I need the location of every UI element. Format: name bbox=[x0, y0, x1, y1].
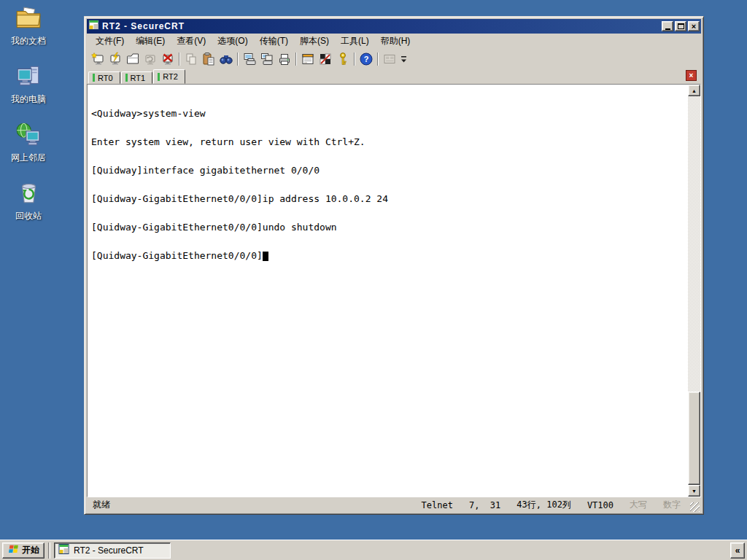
copy-icon[interactable] bbox=[182, 51, 200, 67]
menu-script[interactable]: 脚本(S) bbox=[294, 34, 335, 49]
scroll-down-button[interactable]: ▼ bbox=[688, 485, 700, 497]
find-icon[interactable] bbox=[217, 51, 235, 67]
notification-collapse-button[interactable]: « bbox=[730, 542, 745, 559]
print-preview-icon[interactable] bbox=[241, 51, 258, 67]
terminal-line: <Quidway>system-view bbox=[91, 109, 688, 118]
tab-rt1[interactable]: RT1 bbox=[121, 71, 153, 84]
print-setup-icon[interactable] bbox=[258, 51, 276, 67]
tab-label: RT0 bbox=[98, 74, 113, 82]
toolbar-separator bbox=[179, 52, 180, 66]
keymap-icon[interactable] bbox=[334, 51, 352, 67]
disconnect-icon[interactable] bbox=[159, 51, 177, 67]
svg-text:?: ? bbox=[364, 55, 369, 63]
session-options-icon[interactable] bbox=[299, 51, 317, 67]
status-bar: 就绪 Telnet 7, 31 43行, 102列 VT100 大写 数字 bbox=[87, 497, 701, 512]
tab-rt0[interactable]: RT0 bbox=[88, 71, 120, 84]
desktop: 我的文档 我的电脑 bbox=[0, 0, 747, 560]
terminal-cursor bbox=[263, 252, 268, 261]
misc-disabled-icon[interactable] bbox=[381, 51, 398, 67]
task-label: RT2 - SecureCRT bbox=[74, 545, 144, 556]
menu-bar: 文件(F) 编辑(E) 查看(V) 选项(O) 传输(T) 脚本(S) 工具(L… bbox=[87, 34, 701, 49]
menu-help[interactable]: 帮助(H) bbox=[375, 34, 417, 49]
status-cursor-position: 7, 31 bbox=[461, 500, 508, 510]
resize-grip[interactable] bbox=[690, 502, 700, 512]
window-title: RT2 - SecureCRT bbox=[102, 21, 185, 31]
status-emulation: VT100 bbox=[579, 500, 622, 510]
new-tab-icon[interactable] bbox=[124, 51, 142, 67]
terminal-prompt-line: [Quidway-GigabitEthernet0/0/0] bbox=[91, 251, 688, 260]
securecrt-app-icon bbox=[58, 544, 69, 556]
recycle-bin-icon bbox=[1, 179, 55, 207]
toolbar-separator bbox=[377, 52, 379, 66]
tab-label: RT1 bbox=[131, 74, 146, 82]
collapse-chevron-icon: « bbox=[735, 545, 740, 556]
vertical-scrollbar[interactable]: ▲ ▼ bbox=[688, 85, 700, 497]
toolbar-separator bbox=[237, 52, 239, 66]
scrollbar-thumb[interactable] bbox=[688, 392, 700, 485]
desktop-icon-network-places[interactable]: 网上邻居 bbox=[1, 121, 55, 164]
desktop-icon-label: 网上邻居 bbox=[1, 152, 55, 164]
menu-transfer[interactable]: 传输(T) bbox=[254, 34, 294, 49]
menu-options[interactable]: 选项(O) bbox=[212, 34, 253, 49]
tab-close-button[interactable]: × bbox=[686, 70, 697, 81]
reconnect-icon[interactable] bbox=[142, 51, 159, 67]
close-button[interactable]: × bbox=[688, 21, 700, 31]
paste-icon[interactable] bbox=[200, 51, 217, 67]
desktop-icon-my-documents[interactable]: 我的文档 bbox=[1, 4, 55, 47]
taskbar-task-securecrt[interactable]: RT2 - SecureCRT bbox=[54, 542, 171, 559]
terminal-line: [Quidway]interface gigabitethernet 0/0/0 bbox=[91, 166, 688, 175]
scroll-down-icon: ▼ bbox=[692, 489, 697, 494]
toolbar-separator bbox=[354, 52, 355, 66]
terminal-text: <Quidway>system-view Enter system view, … bbox=[88, 85, 688, 497]
quick-connect-icon[interactable] bbox=[89, 51, 107, 67]
terminal-line: Enter system view, return user view with… bbox=[91, 137, 688, 147]
connect-icon[interactable] bbox=[107, 51, 124, 67]
toolbar-overflow-icon[interactable] bbox=[398, 52, 409, 67]
maximize-button[interactable] bbox=[675, 21, 686, 31]
toolbar-separator bbox=[295, 52, 297, 66]
minimize-icon bbox=[665, 28, 670, 30]
close-icon: × bbox=[692, 23, 696, 30]
start-button[interactable]: 开始 bbox=[2, 542, 44, 559]
window-titlebar[interactable]: RT2 - SecureCRT × bbox=[87, 19, 701, 34]
desktop-icon-recycle-bin[interactable]: 回收站 bbox=[1, 179, 55, 222]
network-places-icon bbox=[1, 121, 55, 149]
status-num-lock: 数字 bbox=[655, 499, 689, 511]
terminal-line: [Quidway-GigabitEthernet0/0/0]ip address… bbox=[91, 194, 688, 203]
tab-close-icon: × bbox=[689, 72, 694, 79]
session-status-indicator bbox=[93, 74, 95, 82]
terminal-line: [Quidway-GigabitEthernet0/0/0]undo shutd… bbox=[91, 222, 688, 232]
desktop-icon-label: 我的文档 bbox=[1, 35, 55, 47]
menu-file[interactable]: 文件(F) bbox=[90, 34, 130, 49]
securecrt-app-icon bbox=[88, 20, 99, 33]
help-icon[interactable]: ? bbox=[357, 51, 375, 67]
tab-rt2[interactable]: RT2 bbox=[153, 69, 185, 84]
desktop-icon-label: 我的电脑 bbox=[1, 93, 55, 106]
desktop-icon-my-computer[interactable]: 我的电脑 bbox=[1, 63, 55, 106]
terminal-area[interactable]: <Quidway>system-view Enter system view, … bbox=[87, 84, 701, 497]
taskbar-separator bbox=[48, 542, 50, 559]
status-protocol: Telnet bbox=[414, 500, 461, 510]
session-status-indicator bbox=[158, 73, 160, 81]
scroll-up-icon: ▲ bbox=[692, 88, 697, 93]
print-icon[interactable] bbox=[276, 51, 293, 67]
start-label: 开始 bbox=[22, 544, 39, 556]
status-ready: 就绪 bbox=[88, 499, 414, 511]
maximize-icon bbox=[678, 23, 684, 29]
desktop-icon-label: 回收站 bbox=[1, 210, 55, 222]
my-documents-icon bbox=[1, 4, 55, 32]
menu-tools[interactable]: 工具(L) bbox=[335, 34, 375, 49]
menu-edit[interactable]: 编辑(E) bbox=[130, 34, 171, 49]
menu-view[interactable]: 查看(V) bbox=[171, 34, 212, 49]
my-computer-icon bbox=[1, 63, 55, 90]
scroll-up-button[interactable]: ▲ bbox=[688, 85, 700, 96]
minimize-button[interactable] bbox=[662, 21, 673, 31]
taskbar: 开始 RT2 - SecureCRT « bbox=[0, 540, 747, 560]
session-status-indicator bbox=[125, 74, 128, 82]
global-options-icon[interactable] bbox=[317, 51, 334, 67]
session-tab-bar: RT0 RT1 RT2 × bbox=[87, 69, 701, 84]
status-terminal-size: 43行, 102列 bbox=[508, 499, 579, 511]
status-caps-lock: 大写 bbox=[622, 499, 655, 511]
securecrt-window: RT2 - SecureCRT × 文件(F) 编辑(E) 查看(V) 选项(O… bbox=[84, 16, 704, 515]
toolbar: ? bbox=[87, 49, 701, 69]
